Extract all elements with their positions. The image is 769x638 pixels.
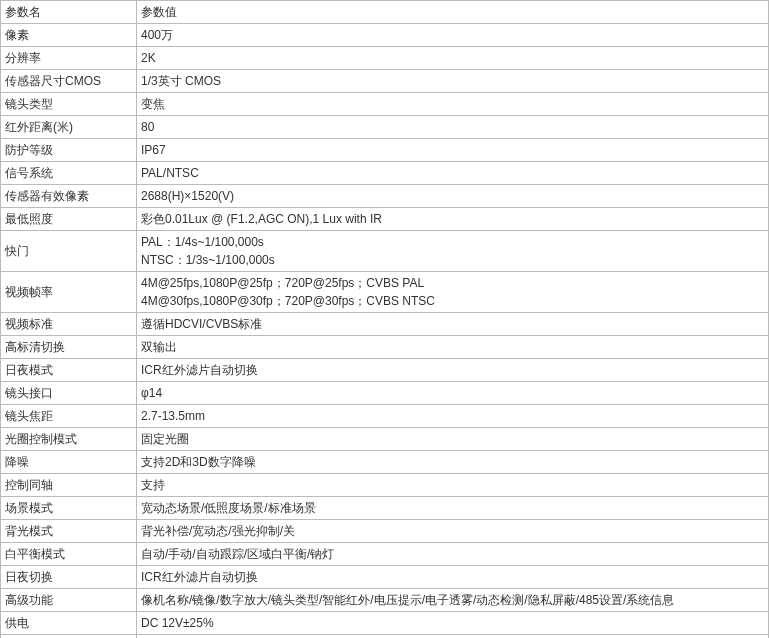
- table-header-row: 参数名 参数值: [1, 1, 769, 24]
- param-value-cell: 80: [137, 116, 769, 139]
- param-value-cell: DC 12V±25%: [137, 612, 769, 635]
- table-row: 光圈控制模式固定光圈: [1, 428, 769, 451]
- table-row: 镜头接口φ14: [1, 382, 769, 405]
- param-name-cell: 日夜切换: [1, 566, 137, 589]
- table-row: 场景模式宽动态场景/低照度场景/标准场景: [1, 497, 769, 520]
- param-value-cell: 2K: [137, 47, 769, 70]
- header-name-cell: 参数名: [1, 1, 137, 24]
- table-row: 信号系统PAL/NTSC: [1, 162, 769, 185]
- param-name-cell: 分辨率: [1, 47, 137, 70]
- param-name-cell: 高标清切换: [1, 336, 137, 359]
- param-value-cell: 支持: [137, 474, 769, 497]
- param-name-cell: 视频帧率: [1, 272, 137, 313]
- param-name-cell: 镜头接口: [1, 382, 137, 405]
- table-row: 日夜切换ICR红外滤片自动切换: [1, 566, 769, 589]
- table-row: 传感器尺寸CMOS1/3英寸 CMOS: [1, 70, 769, 93]
- table-row: 快门PAL：1/4s~1/100,000sNTSC：1/3s~1/100,000…: [1, 231, 769, 272]
- param-value-cell: 支持2D和3D数字降噪: [137, 451, 769, 474]
- table-row: 背光模式背光补偿/宽动态/强光抑制/关: [1, 520, 769, 543]
- param-name-cell: 视频标准: [1, 313, 137, 336]
- param-name-cell: 快门: [1, 231, 137, 272]
- param-value-cell: 11.1W MAX: [137, 635, 769, 639]
- table-row: 视频标准遵循HDCVI/CVBS标准: [1, 313, 769, 336]
- param-value-cell: 400万: [137, 24, 769, 47]
- param-name-cell: 镜头类型: [1, 93, 137, 116]
- param-value-cell: PAL：1/4s~1/100,000sNTSC：1/3s~1/100,000s: [137, 231, 769, 272]
- param-value-cell: 4M@25fps,1080P@25fp；720P@25fps；CVBS PAL4…: [137, 272, 769, 313]
- param-name-cell: 防护等级: [1, 139, 137, 162]
- param-name-cell: 降噪: [1, 451, 137, 474]
- param-name-cell: 传感器有效像素: [1, 185, 137, 208]
- table-row: 分辨率2K: [1, 47, 769, 70]
- table-row: 日夜模式ICR红外滤片自动切换: [1, 359, 769, 382]
- param-value-cell: ICR红外滤片自动切换: [137, 359, 769, 382]
- param-name-cell: 光圈控制模式: [1, 428, 137, 451]
- param-name-cell: 像素: [1, 24, 137, 47]
- param-name-cell: 红外距离(米): [1, 116, 137, 139]
- table-row: 供电DC 12V±25%: [1, 612, 769, 635]
- table-row: 像素400万: [1, 24, 769, 47]
- param-value-cell: 宽动态场景/低照度场景/标准场景: [137, 497, 769, 520]
- table-row: 镜头类型变焦: [1, 93, 769, 116]
- param-name-cell: 传感器尺寸CMOS: [1, 70, 137, 93]
- param-value-cell: ICR红外滤片自动切换: [137, 566, 769, 589]
- param-value-cell: 自动/手动/自动跟踪/区域白平衡/钠灯: [137, 543, 769, 566]
- param-name-cell: 信号系统: [1, 162, 137, 185]
- param-value-cell: 2.7-13.5mm: [137, 405, 769, 428]
- param-name-cell: 日夜模式: [1, 359, 137, 382]
- param-name-cell: 供电: [1, 612, 137, 635]
- param-name-cell: 高级功能: [1, 589, 137, 612]
- table-row: 镜头焦距2.7-13.5mm: [1, 405, 769, 428]
- param-value-cell: IP67: [137, 139, 769, 162]
- spec-table-body: 参数名 参数值 像素400万分辨率2K传感器尺寸CMOS1/3英寸 CMOS镜头…: [1, 1, 769, 639]
- param-value-cell: 背光补偿/宽动态/强光抑制/关: [137, 520, 769, 543]
- param-value-cell: 彩色0.01Lux @ (F1.2,AGC ON),1 Lux with IR: [137, 208, 769, 231]
- param-name-cell: 镜头焦距: [1, 405, 137, 428]
- table-row: 红外距离(米)80: [1, 116, 769, 139]
- table-row: 控制同轴支持: [1, 474, 769, 497]
- table-row: 降噪支持2D和3D数字降噪: [1, 451, 769, 474]
- param-name-cell: 背光模式: [1, 520, 137, 543]
- table-row: 防护等级IP67: [1, 139, 769, 162]
- param-name-cell: 白平衡模式: [1, 543, 137, 566]
- table-row: 传感器有效像素2688(H)×1520(V): [1, 185, 769, 208]
- param-name-cell: 最低照度: [1, 208, 137, 231]
- param-value-cell: 像机名称/镜像/数字放大/镜头类型/智能红外/电压提示/电子透雾/动态检测/隐私…: [137, 589, 769, 612]
- table-row: 功耗11.1W MAX: [1, 635, 769, 639]
- table-row: 白平衡模式自动/手动/自动跟踪/区域白平衡/钠灯: [1, 543, 769, 566]
- spec-table: 参数名 参数值 像素400万分辨率2K传感器尺寸CMOS1/3英寸 CMOS镜头…: [0, 0, 769, 638]
- param-value-cell: φ14: [137, 382, 769, 405]
- param-name-cell: 控制同轴: [1, 474, 137, 497]
- param-value-cell: 遵循HDCVI/CVBS标准: [137, 313, 769, 336]
- header-value-cell: 参数值: [137, 1, 769, 24]
- table-row: 高级功能像机名称/镜像/数字放大/镜头类型/智能红外/电压提示/电子透雾/动态检…: [1, 589, 769, 612]
- param-value-cell: 1/3英寸 CMOS: [137, 70, 769, 93]
- param-name-cell: 功耗: [1, 635, 137, 639]
- table-row: 视频帧率4M@25fps,1080P@25fp；720P@25fps；CVBS …: [1, 272, 769, 313]
- table-row: 最低照度彩色0.01Lux @ (F1.2,AGC ON),1 Lux with…: [1, 208, 769, 231]
- param-value-cell: 变焦: [137, 93, 769, 116]
- param-name-cell: 场景模式: [1, 497, 137, 520]
- param-value-cell: PAL/NTSC: [137, 162, 769, 185]
- param-value-cell: 双输出: [137, 336, 769, 359]
- param-value-cell: 固定光圈: [137, 428, 769, 451]
- param-value-cell: 2688(H)×1520(V): [137, 185, 769, 208]
- table-row: 高标清切换双输出: [1, 336, 769, 359]
